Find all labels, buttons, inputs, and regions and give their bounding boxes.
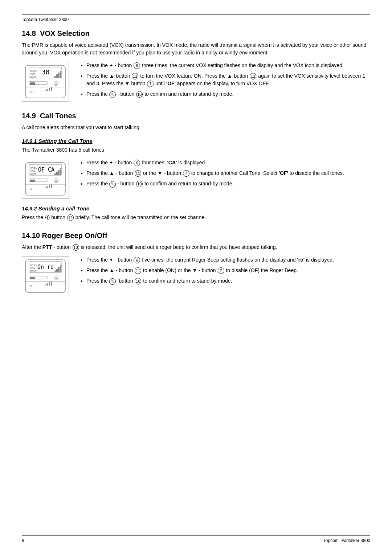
- svg-rect-29: [60, 168, 61, 175]
- svg-rect-58: [49, 282, 50, 286]
- svg-rect-37: [47, 186, 48, 188]
- call-tone-bullet-1: Press the ✦ - button 6 four times, 'CA' …: [86, 159, 370, 167]
- roger-beep-bullet-2: Press the ▲ - button 11 to enable (ON) o…: [86, 267, 370, 274]
- svg-text:SCAN: SCAN: [30, 167, 37, 169]
- svg-text:DCM: DCM: [30, 173, 36, 175]
- footer-brand: Topcom Twintalker 3800: [323, 538, 370, 543]
- svg-text:38: 38: [42, 68, 50, 76]
- svg-text:OF CA: OF CA: [38, 167, 54, 173]
- call-tone-bullet-3: Press the 🔧 - button 10 to confirm and r…: [86, 180, 370, 188]
- svg-text:SCAN: SCAN: [30, 264, 37, 267]
- svg-text:▓▓▓: ▓▓▓: [30, 180, 35, 182]
- call-tone-bullet-2: Press the ▲ - button 11 or the ▼ - butto…: [86, 169, 370, 177]
- roger-beep-content: SCAN VOX DCM On ro ▓▓▓ ♟ O→: [22, 256, 370, 296]
- svg-rect-49: [60, 265, 61, 272]
- roger-beep-bullet-1: Press the ✦ - button 6 five times, the c…: [86, 256, 370, 264]
- svg-rect-27: [56, 172, 58, 175]
- svg-rect-7: [56, 74, 58, 78]
- svg-rect-6: [54, 76, 56, 78]
- footer-page-number: 8: [22, 538, 24, 543]
- svg-rect-39: [51, 184, 52, 188]
- svg-text:DCM: DCM: [30, 75, 36, 78]
- section-vox: 14.8 VOX Selection The PMR is capable of…: [22, 29, 370, 102]
- svg-rect-26: [54, 173, 56, 175]
- vox-device-image: SCAN VOX DCM 38 ▓▓▓ ♟: [22, 62, 69, 102]
- header-text: Topcom Twintalker 3800: [22, 17, 69, 22]
- svg-rect-48: [58, 267, 60, 272]
- sub-section-991-title: 14.9.1 Setting the Call Tone: [22, 138, 370, 144]
- svg-text:♟: ♟: [55, 276, 57, 280]
- svg-text:VOX: VOX: [30, 170, 36, 172]
- sub-section-991-body: The Twintalker 3800 has 5 call tones: [22, 146, 370, 154]
- svg-text:▓▓▓: ▓▓▓: [30, 82, 35, 85]
- sub-section-992-title: 14.9.2 Sending a call Tone: [22, 205, 370, 212]
- svg-text:♟: ♟: [55, 179, 57, 182]
- section-roger-beep: 14.10 Roger Beep On/Off After the PTT - …: [22, 231, 370, 296]
- call-tone-device-image: SCAN VOX DCM OF CA ▓▓▓ ♟ O→: [22, 159, 69, 199]
- svg-text:O→: O→: [30, 285, 34, 287]
- svg-rect-19: [51, 87, 52, 91]
- call-tones-title: 14.9 Call Tones: [22, 112, 370, 120]
- roger-beep-title: 14.10 Roger Beep On/Off: [22, 231, 370, 240]
- svg-text:SCAN: SCAN: [30, 70, 37, 72]
- roger-beep-intro: After the PTT - button 10 is released, t…: [22, 243, 370, 251]
- svg-text:VOX: VOX: [30, 73, 36, 75]
- svg-rect-18: [49, 88, 50, 91]
- svg-text:O→: O→: [30, 188, 34, 190]
- vox-bullet-1: Press the ✦ - button 6 three times, the …: [86, 62, 370, 69]
- svg-text:On ro: On ro: [37, 264, 54, 270]
- svg-text:▓▓▓: ▓▓▓: [30, 277, 35, 279]
- vox-bullets: Press the ✦ - button 6 three times, the …: [78, 62, 370, 101]
- svg-rect-46: [54, 271, 56, 272]
- svg-rect-9: [60, 71, 61, 78]
- svg-text:♟: ♟: [55, 82, 57, 85]
- svg-rect-59: [51, 281, 52, 286]
- svg-rect-8: [58, 73, 60, 78]
- vox-bullet-3: Press the 🔧 - button 10 to confirm and r…: [86, 90, 370, 98]
- svg-rect-28: [58, 170, 60, 175]
- svg-rect-38: [49, 185, 50, 188]
- svg-text:VOX: VOX: [30, 267, 36, 270]
- vox-body: The PMR is capable of voice activated (V…: [22, 41, 370, 57]
- vox-title: 14.8 VOX Selection: [22, 29, 370, 38]
- svg-rect-16: [45, 90, 46, 91]
- svg-rect-56: [45, 284, 46, 286]
- roger-beep-bullet-3: Press the 🔧- button 10 to confirm and re…: [86, 277, 370, 285]
- roger-beep-device-image: SCAN VOX DCM On ro ▓▓▓ ♟ O→: [22, 256, 69, 296]
- vox-content: SCAN VOX DCM 38 ▓▓▓ ♟: [22, 62, 370, 102]
- svg-rect-17: [47, 89, 48, 91]
- svg-rect-47: [56, 269, 58, 272]
- roger-beep-bullets: Press the ✦ - button 6 five times, the c…: [78, 256, 370, 288]
- call-tone-setting-content: SCAN VOX DCM OF CA ▓▓▓ ♟ O→: [22, 159, 370, 199]
- call-tones-body: A call tone alerts others that you want …: [22, 124, 370, 131]
- header: Topcom Twintalker 3800: [22, 15, 370, 22]
- svg-rect-57: [47, 283, 48, 286]
- page: Topcom Twintalker 3800 14.8 VOX Selectio…: [0, 0, 392, 554]
- sub-section-992-body: Press the •)) button 12 briefly. The cal…: [22, 214, 370, 221]
- footer: 8 Topcom Twintalker 3800: [22, 535, 370, 543]
- svg-rect-36: [45, 187, 46, 188]
- vox-bullet-2: Press the ▲-button 11 to turn the VOX fe…: [86, 72, 370, 87]
- svg-text:DCM: DCM: [30, 270, 36, 272]
- call-tone-setting-bullets: Press the ✦ - button 6 four times, 'CA' …: [78, 159, 370, 190]
- svg-text:O→: O→: [30, 90, 34, 93]
- section-call-tones: 14.9 Call Tones A call tone alerts other…: [22, 112, 370, 221]
